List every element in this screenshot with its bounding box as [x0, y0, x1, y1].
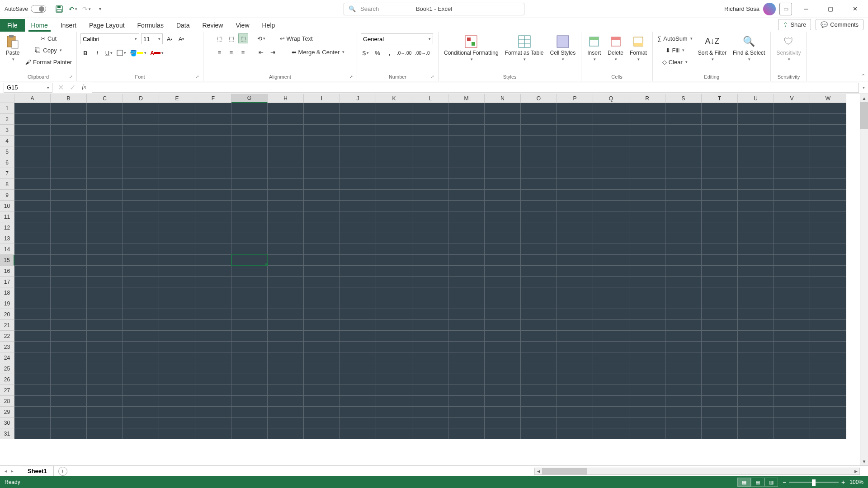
cell[interactable] — [340, 201, 376, 211]
cell[interactable] — [521, 363, 557, 374]
cell[interactable] — [557, 201, 593, 211]
fill-color-button[interactable]: 🪣▾ — [129, 48, 147, 58]
cell[interactable] — [231, 407, 268, 418]
cell[interactable] — [159, 352, 195, 363]
cell[interactable] — [195, 266, 231, 277]
cell[interactable] — [268, 363, 304, 374]
cell[interactable] — [485, 320, 521, 331]
font-name-combo[interactable]: Calibri▾ — [80, 33, 139, 44]
row-header[interactable]: 21 — [0, 320, 14, 331]
cell[interactable] — [810, 222, 846, 233]
tab-view[interactable]: View — [229, 19, 255, 32]
cell[interactable] — [738, 418, 774, 428]
cell[interactable] — [159, 233, 195, 244]
cell[interactable] — [340, 418, 376, 428]
cell[interactable] — [629, 233, 665, 244]
cell[interactable] — [340, 179, 376, 190]
cell[interactable] — [521, 136, 557, 146]
cell[interactable] — [268, 418, 304, 428]
cell[interactable] — [485, 190, 521, 201]
horizontal-scrollbar[interactable]: ◀ ▶ — [534, 468, 860, 475]
cell[interactable] — [87, 277, 123, 287]
cell[interactable] — [159, 277, 195, 287]
cell[interactable] — [485, 244, 521, 255]
cell[interactable] — [665, 233, 702, 244]
increase-decimal-icon[interactable]: .0→.00 — [396, 48, 412, 58]
user-name[interactable]: Richard Sosa — [724, 5, 760, 12]
cell[interactable] — [448, 114, 485, 125]
cell[interactable] — [702, 244, 738, 255]
cell[interactable] — [14, 287, 51, 298]
cell[interactable] — [557, 157, 593, 168]
clear-button[interactable]: ◇Clear▾ — [656, 57, 693, 67]
cell[interactable] — [87, 396, 123, 407]
cell[interactable] — [51, 342, 87, 352]
cell[interactable] — [159, 298, 195, 309]
cell[interactable] — [738, 211, 774, 222]
scroll-left-icon[interactable]: ◀ — [535, 469, 542, 474]
cell[interactable] — [304, 222, 340, 233]
cell[interactable] — [593, 342, 629, 352]
cell[interactable] — [268, 428, 304, 439]
cell[interactable] — [412, 277, 448, 287]
cell[interactable] — [557, 211, 593, 222]
cell[interactable] — [51, 190, 87, 201]
cell[interactable] — [123, 418, 159, 428]
cell[interactable] — [521, 396, 557, 407]
cell[interactable] — [557, 363, 593, 374]
cell[interactable] — [485, 222, 521, 233]
row-header[interactable]: 29 — [0, 407, 14, 418]
cell[interactable] — [340, 157, 376, 168]
cell[interactable] — [14, 342, 51, 352]
cell[interactable] — [810, 363, 846, 374]
column-header[interactable]: B — [51, 94, 87, 103]
column-header[interactable]: T — [702, 94, 738, 103]
cell[interactable] — [123, 222, 159, 233]
cell[interactable] — [702, 136, 738, 146]
cell[interactable] — [629, 331, 665, 342]
row-header[interactable]: 15 — [0, 255, 14, 266]
column-header[interactable]: W — [810, 94, 846, 103]
cell[interactable] — [376, 103, 412, 114]
cell[interactable] — [629, 255, 665, 266]
cell[interactable] — [195, 114, 231, 125]
cell[interactable] — [376, 136, 412, 146]
cell[interactable] — [593, 374, 629, 385]
cell[interactable] — [412, 374, 448, 385]
cell[interactable] — [340, 363, 376, 374]
cell[interactable] — [304, 146, 340, 157]
cell[interactable] — [557, 146, 593, 157]
cell[interactable] — [412, 125, 448, 136]
cell[interactable] — [448, 103, 485, 114]
cell[interactable] — [665, 298, 702, 309]
cell[interactable] — [774, 114, 810, 125]
cell[interactable] — [159, 309, 195, 320]
cell[interactable] — [738, 244, 774, 255]
name-box[interactable]: G15▾ — [4, 83, 52, 93]
cell[interactable] — [268, 168, 304, 179]
column-header[interactable]: K — [376, 94, 412, 103]
insert-cells-button[interactable]: Insert▾ — [585, 33, 603, 63]
undo-icon[interactable]: ↶▾ — [68, 4, 78, 14]
cell[interactable] — [231, 136, 268, 146]
cell[interactable] — [557, 407, 593, 418]
column-header[interactable]: Q — [593, 94, 629, 103]
cell[interactable] — [304, 190, 340, 201]
column-header[interactable]: E — [159, 94, 195, 103]
cell[interactable] — [376, 211, 412, 222]
cell[interactable] — [485, 396, 521, 407]
cell[interactable] — [195, 298, 231, 309]
cell[interactable] — [340, 407, 376, 418]
cell[interactable] — [231, 222, 268, 233]
cell[interactable] — [629, 201, 665, 211]
cell[interactable] — [340, 190, 376, 201]
cell[interactable] — [268, 287, 304, 298]
cell[interactable] — [521, 179, 557, 190]
cell[interactable] — [87, 266, 123, 277]
cell[interactable] — [593, 407, 629, 418]
cell[interactable] — [376, 428, 412, 439]
cell[interactable] — [412, 136, 448, 146]
cell[interactable] — [810, 103, 846, 114]
cell[interactable] — [448, 211, 485, 222]
cell[interactable] — [231, 201, 268, 211]
